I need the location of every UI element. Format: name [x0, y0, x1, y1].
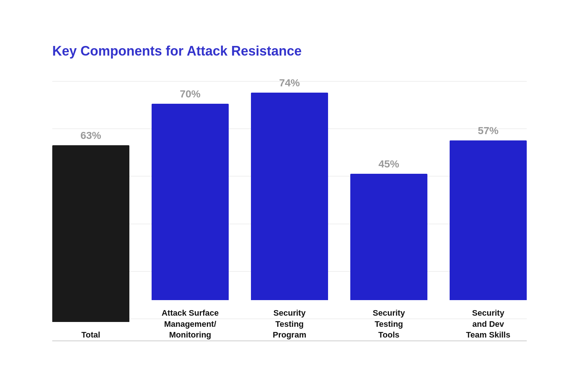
chart-area: 63%Total70%Attack Surface Management/ Mo…: [52, 81, 527, 341]
bar-group-security-testing-tools: 45%Security Testing Tools: [350, 158, 427, 340]
bars-wrapper: 63%Total70%Attack Surface Management/ Mo…: [52, 81, 527, 340]
bar-value-security-testing-program: 74%: [279, 77, 300, 89]
bar-value-attack-surface: 70%: [180, 88, 201, 100]
bar-label-total: Total: [82, 329, 100, 340]
bar-label-security-dev-team: Security and Dev Team Skills: [466, 308, 510, 340]
bar-security-testing-tools: [350, 174, 427, 300]
axis-line: [52, 340, 527, 341]
bar-value-total: 63%: [80, 130, 101, 142]
bar-value-security-dev-team: 57%: [478, 125, 499, 137]
bar-total: [52, 145, 129, 322]
bar-label-security-testing-tools: Security Testing Tools: [373, 308, 405, 340]
bar-security-dev-team: [450, 140, 527, 300]
chart-title: Key Components for Attack Resistance: [52, 43, 527, 59]
bar-group-security-testing-program: 74%Security Testing Program: [251, 77, 328, 340]
bar-label-security-testing-program: Security Testing Program: [273, 308, 306, 340]
bar-value-security-testing-tools: 45%: [378, 158, 399, 170]
bar-group-security-dev-team: 57%Security and Dev Team Skills: [450, 125, 527, 340]
chart-container: Key Components for Attack Resistance 63%…: [30, 29, 549, 363]
bar-label-attack-surface: Attack Surface Management/ Monitoring: [162, 308, 219, 340]
bar-group-total: 63%Total: [52, 130, 129, 340]
bar-attack-surface: [152, 104, 229, 300]
bar-group-attack-surface: 70%Attack Surface Management/ Monitoring: [152, 88, 229, 340]
bar-security-testing-program: [251, 93, 328, 300]
